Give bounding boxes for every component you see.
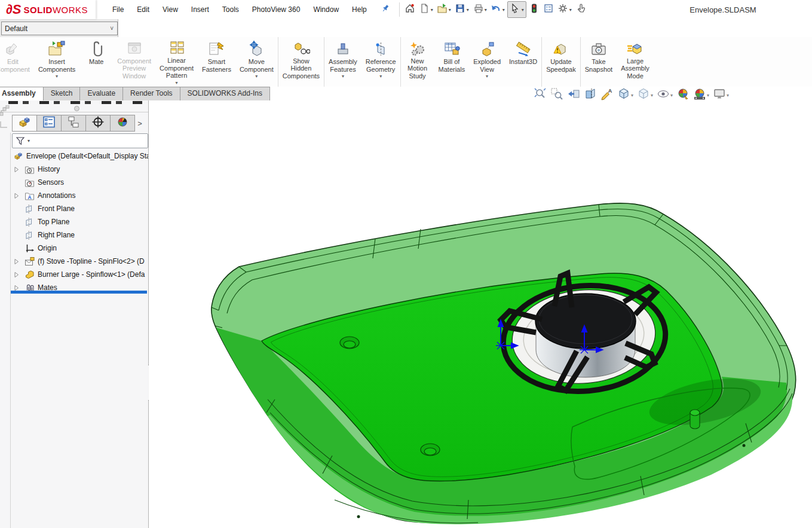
- chevron-down-icon[interactable]: ▾: [670, 93, 673, 98]
- chevron-down-icon[interactable]: ▾: [707, 93, 709, 98]
- tree-item-f[interactable]: (f) Stove -Topline - SpinFlo<2> (D: [0, 255, 148, 268]
- tab-evaluate[interactable]: Evaluate: [79, 87, 123, 100]
- linear-component-pattern-button[interactable]: Linear Component Pattern▾: [155, 37, 198, 87]
- tree-item-origin[interactable]: Origin: [0, 242, 148, 255]
- command-tab-row: AssemblySketchEvaluateRender ToolsSOLIDW…: [0, 87, 812, 100]
- chevron-down-icon[interactable]: ▾: [467, 7, 469, 13]
- tree-item-label: (f) Stove -Topline - SpinFlo<2> (D: [38, 257, 145, 265]
- tab-render-tools[interactable]: Render Tools: [122, 87, 180, 100]
- save-button[interactable]: ▾: [454, 1, 470, 18]
- mate-button[interactable]: Mate: [79, 37, 113, 87]
- chevron-down-icon[interactable]: ▾: [502, 7, 505, 13]
- select-arrow-button[interactable]: ▾: [507, 1, 526, 18]
- take-snapshot-button[interactable]: Take Snapshot: [581, 37, 617, 87]
- tree-item-top[interactable]: Top Plane: [0, 215, 148, 228]
- chevron-down-icon[interactable]: ▾: [449, 7, 451, 13]
- instant3d-button[interactable]: Instant3D: [505, 37, 542, 87]
- undo-button[interactable]: ▾: [489, 1, 506, 18]
- panel-tabs-expand-chevron[interactable]: >: [134, 115, 145, 132]
- panel-tab-propertymanager[interactable]: [36, 115, 62, 132]
- tree-item-envelope[interactable]: Envelope (Default<Default_Display Sta: [0, 149, 148, 163]
- bill-of-materials-button[interactable]: Bill of Materials: [434, 37, 470, 87]
- tree-item-annotations[interactable]: AAnnotations: [0, 189, 148, 202]
- tree-item-right[interactable]: Right Plane: [0, 228, 148, 242]
- insert-components-icon: [48, 40, 66, 58]
- expand-caret-icon[interactable]: [13, 166, 22, 173]
- panel-tab-configurationmanager[interactable]: [61, 115, 86, 132]
- settings-gear-button[interactable]: ▾: [556, 1, 573, 18]
- tab-assembly[interactable]: Assembly: [0, 87, 44, 100]
- ribbon-button-label: Instant3D: [509, 58, 537, 66]
- chevron-down-icon[interactable]: ▾: [569, 7, 572, 13]
- chevron-down-icon[interactable]: ▾: [485, 7, 487, 13]
- chevron-down-icon[interactable]: ▾: [651, 93, 653, 98]
- panel-tab-displaymanager[interactable]: [110, 115, 135, 132]
- graphics-viewport[interactable]: [149, 100, 812, 528]
- chevron-down-icon[interactable]: ▾: [255, 74, 258, 79]
- expand-caret-icon[interactable]: [13, 271, 22, 278]
- menu-help[interactable]: Help: [346, 3, 373, 16]
- chevron-down-icon[interactable]: ▾: [342, 74, 344, 79]
- chevron-down-icon[interactable]: ▾: [631, 93, 633, 98]
- tab-solidworks-add-ins[interactable]: SOLIDWORKS Add-Ins: [180, 87, 270, 100]
- traffic-light-button[interactable]: [528, 1, 541, 18]
- chevron-down-icon[interactable]: ▾: [56, 74, 58, 79]
- open-button[interactable]: ▾: [436, 1, 452, 18]
- chevron-down-icon[interactable]: ▾: [486, 74, 488, 79]
- feature-filter-box[interactable]: ▾: [12, 133, 148, 148]
- print-button[interactable]: ▾: [471, 1, 488, 18]
- panel-tab-dimxpertmanager[interactable]: [85, 115, 111, 132]
- reference-geometry-button[interactable]: Reference Geometry▾: [361, 37, 401, 87]
- insert-components-button[interactable]: Insert Components▾: [34, 37, 79, 87]
- tree-item-burner[interactable]: Burner Large - Spinflow<1> (Defa: [0, 268, 148, 281]
- touch-mode-button[interactable]: [574, 1, 587, 18]
- smart-fasteners-button[interactable]: Smart Fasteners: [198, 37, 235, 87]
- annotations-icon: A: [24, 191, 35, 201]
- update-speedpak-button[interactable]: Update Speedpak: [542, 37, 581, 87]
- menu-insert[interactable]: Insert: [185, 3, 215, 16]
- configuration-dropdown[interactable]: Default ˅: [1, 22, 118, 35]
- new-motion-study-icon: [409, 40, 427, 57]
- panel-tab-featuremanager[interactable]: [12, 115, 37, 132]
- move-component-button[interactable]: Move Component▾: [235, 37, 278, 87]
- large-assembly-mode-button[interactable]: Large Assembly Mode: [617, 37, 654, 87]
- show-hidden-components-button[interactable]: Show Hidden Components: [278, 37, 324, 87]
- tab-sketch[interactable]: Sketch: [43, 87, 81, 100]
- tree-item-sensors[interactable]: Sensors: [0, 176, 148, 189]
- menu-tools[interactable]: Tools: [216, 3, 245, 16]
- menu-file[interactable]: File: [106, 3, 130, 16]
- dimxpertmanager-icon: [91, 115, 105, 131]
- chevron-down-icon[interactable]: ▾: [176, 80, 178, 86]
- expand-caret-icon[interactable]: [13, 258, 22, 265]
- new-motion-study-button[interactable]: New Motion Study: [401, 37, 434, 87]
- stove-envelope-model: [149, 100, 812, 528]
- assembly-features-button[interactable]: Assembly Features▾: [324, 37, 361, 87]
- new-document-button[interactable]: ▾: [418, 1, 434, 18]
- menu-view[interactable]: View: [157, 3, 184, 16]
- ribbon-button-label: Reference Geometry: [366, 58, 396, 73]
- rollback-bar[interactable]: [11, 291, 147, 294]
- pin-menu-icon[interactable]: [381, 4, 390, 15]
- tree-item-history[interactable]: History: [0, 163, 148, 176]
- displaymanager-icon: [115, 115, 130, 131]
- main-area: > ▾ Envelope (Default<Default_Display St…: [0, 100, 812, 528]
- chevron-down-icon[interactable]: ▾: [522, 7, 524, 13]
- expand-caret-icon[interactable]: [13, 285, 22, 291]
- tree-item-front[interactable]: Front Plane: [0, 202, 148, 215]
- expand-caret-icon[interactable]: [13, 193, 22, 199]
- chevron-down-icon[interactable]: ▾: [431, 7, 433, 13]
- properties-button[interactable]: [542, 1, 555, 18]
- filter-funnel-icon: [15, 136, 26, 147]
- chevron-down-icon[interactable]: ▾: [379, 74, 382, 79]
- chevron-down-icon[interactable]: ▾: [727, 93, 729, 98]
- ribbon-button-label: Update Speedpak: [546, 58, 576, 73]
- panel-splitter-dot[interactable]: [74, 106, 79, 111]
- configuration-row: Default ˅: [0, 19, 812, 37]
- menu-window[interactable]: Window: [307, 3, 345, 16]
- exploded-view-button[interactable]: Exploded View▾: [469, 37, 505, 87]
- ribbon-button-label: Component Preview Window: [117, 57, 151, 80]
- home-button[interactable]: [403, 1, 416, 18]
- menu-photoview-360[interactable]: PhotoView 360: [246, 3, 307, 16]
- properties-icon: [543, 3, 554, 16]
- menu-edit[interactable]: Edit: [131, 3, 155, 16]
